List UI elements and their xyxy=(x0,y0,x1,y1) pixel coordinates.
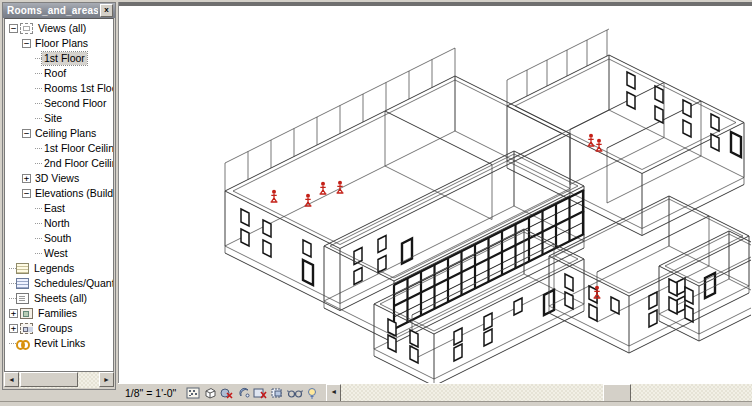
groups-icon xyxy=(20,323,33,334)
collapse-icon[interactable] xyxy=(22,189,31,198)
tree-item-west[interactable]: West xyxy=(6,246,113,261)
person-marker[interactable] xyxy=(337,181,344,193)
opening-symbol xyxy=(627,72,635,89)
opening-symbol xyxy=(454,328,462,345)
opening-symbol xyxy=(655,86,663,103)
collapse-icon[interactable] xyxy=(9,24,18,33)
opening-symbol xyxy=(685,287,693,304)
expand-icon[interactable] xyxy=(22,174,31,183)
tree-item-families[interactable]: Families xyxy=(6,306,113,321)
tree-item-label: East xyxy=(42,202,67,215)
scroll-right-icon[interactable]: ► xyxy=(99,372,114,387)
opening-symbol xyxy=(711,114,719,131)
browser-hscroll-thumb[interactable] xyxy=(20,372,78,387)
tree-item-label: 2nd Floor Ceilin xyxy=(42,157,114,170)
opening-symbol xyxy=(565,274,573,291)
tree-item-ceiling-plans[interactable]: Ceiling Plans xyxy=(6,126,113,141)
tree-item-floor-plans[interactable]: Floor Plans xyxy=(6,36,113,51)
tree-item-label: Rooms 1st Floo xyxy=(42,82,114,95)
reveal-hidden-elements-icon[interactable] xyxy=(303,386,320,401)
opening-symbol xyxy=(649,310,657,327)
shadows-off-icon[interactable] xyxy=(218,386,235,401)
tree-item-second-floor[interactable]: Second Floor xyxy=(6,96,113,111)
tree-item-elevations-building[interactable]: Elevations (Building xyxy=(6,186,113,201)
tree-item-label: North xyxy=(42,217,72,230)
tree-item-revit-links[interactable]: Revit Links xyxy=(6,336,113,351)
tree-item-sheets-all[interactable]: Sheets (all) xyxy=(6,291,113,306)
tree-item-roof[interactable]: Roof xyxy=(6,66,113,81)
model-graphics-style-icon[interactable] xyxy=(201,386,218,401)
tree-item-label: Elevations (Building xyxy=(33,187,114,200)
person-marker[interactable] xyxy=(320,182,327,194)
opening-symbol xyxy=(410,346,418,363)
collapse-icon[interactable] xyxy=(22,39,31,48)
tree-item-label: 1st Floor xyxy=(42,52,87,65)
browser-hscroll-track[interactable] xyxy=(19,372,99,388)
collapse-icon[interactable] xyxy=(22,129,31,138)
opening-symbol xyxy=(589,304,597,321)
expand-icon[interactable] xyxy=(9,309,18,318)
tree-guide-line xyxy=(35,223,42,225)
tree-item-legends[interactable]: Legends xyxy=(6,261,113,276)
wireframe-line xyxy=(412,244,554,315)
view-hscroll-track[interactable] xyxy=(341,384,752,402)
tree-guide-line xyxy=(9,283,16,285)
browser-tree-wrap: Views (all)Floor Plans1st FloorRoofRooms… xyxy=(4,18,114,372)
tree-item-2nd-floor-ceilin[interactable]: 2nd Floor Ceilin xyxy=(6,156,113,171)
tree-guide-line xyxy=(35,253,42,255)
schedules-icon xyxy=(16,278,29,289)
drawing-area[interactable] xyxy=(118,2,752,384)
opening-symbol xyxy=(611,297,619,314)
tree-guide-line xyxy=(35,58,42,60)
temporary-hide-isolate-icon[interactable] xyxy=(286,386,303,401)
opening-symbol xyxy=(711,134,719,151)
tree-item-1st-floor-ceilin[interactable]: 1st Floor Ceilin xyxy=(6,141,113,156)
tree-item-east[interactable]: East xyxy=(6,201,113,216)
tree-item-3d-views[interactable]: 3D Views xyxy=(6,171,113,186)
opening-symbol xyxy=(454,344,462,361)
building-wireframe-3d-view[interactable] xyxy=(119,6,751,384)
detail-level-icon[interactable] xyxy=(184,386,201,401)
tree-item-north[interactable]: North xyxy=(6,216,113,231)
tree-guide-line xyxy=(35,238,42,240)
tree-item-label: Families xyxy=(36,307,79,320)
project-browser-panel: Rooms_and_areas_... x Views (all)Floor P… xyxy=(2,2,116,390)
tree-item-rooms-1st-floo[interactable]: Rooms 1st Floo xyxy=(6,81,113,96)
tree-item-label: Floor Plans xyxy=(33,37,90,50)
sun-path-icon[interactable] xyxy=(235,386,252,401)
opening-symbol xyxy=(669,297,677,314)
tree-item-schedules-quantitie[interactable]: Schedules/Quantitie xyxy=(6,276,113,291)
tree-item-site[interactable]: Site xyxy=(6,111,113,126)
wireframe-line xyxy=(324,206,584,336)
wireframe-line xyxy=(507,55,744,174)
crop-view-off-icon[interactable] xyxy=(252,386,269,401)
wireframe-line xyxy=(515,59,736,170)
tree-item-label: Revit Links xyxy=(32,337,87,350)
browser-titlebar[interactable]: Rooms_and_areas_... x xyxy=(3,3,115,18)
tree-item-label: Views (all) xyxy=(36,22,88,35)
show-crop-region-icon[interactable] xyxy=(269,386,286,401)
opening-symbol xyxy=(241,229,249,246)
opening-symbol xyxy=(388,335,396,352)
tree-item-groups[interactable]: Groups xyxy=(6,321,113,336)
tree-item-south[interactable]: South xyxy=(6,231,113,246)
tree-item-1st-floor[interactable]: 1st Floor xyxy=(6,51,113,66)
expand-icon[interactable] xyxy=(9,324,18,333)
browser-hscrollbar[interactable]: ◄ ► xyxy=(4,372,114,388)
opening-symbol xyxy=(669,279,677,296)
view-control-bar: 1/8" = 1'-0" ◄ xyxy=(118,383,752,402)
scroll-left-icon[interactable]: ◄ xyxy=(4,372,19,387)
tree-item-views-all[interactable]: Views (all) xyxy=(6,21,113,36)
opening-symbol xyxy=(655,106,663,123)
person-marker[interactable] xyxy=(271,190,278,202)
close-icon[interactable]: x xyxy=(100,4,113,17)
wireframe-line xyxy=(412,289,554,360)
view-scale-button[interactable]: 1/8" = 1'-0" xyxy=(118,387,184,399)
tree-item-label: Roof xyxy=(42,67,68,80)
view-hscrollbar[interactable]: ◄ xyxy=(326,384,752,402)
browser-tree: Views (all)Floor Plans1st FloorRoofRooms… xyxy=(5,19,113,351)
scroll-left-icon[interactable]: ◄ xyxy=(326,384,341,402)
view-hscroll-thumb[interactable] xyxy=(603,384,631,402)
wireframe-line xyxy=(330,154,578,278)
wireframe-line xyxy=(324,151,584,281)
